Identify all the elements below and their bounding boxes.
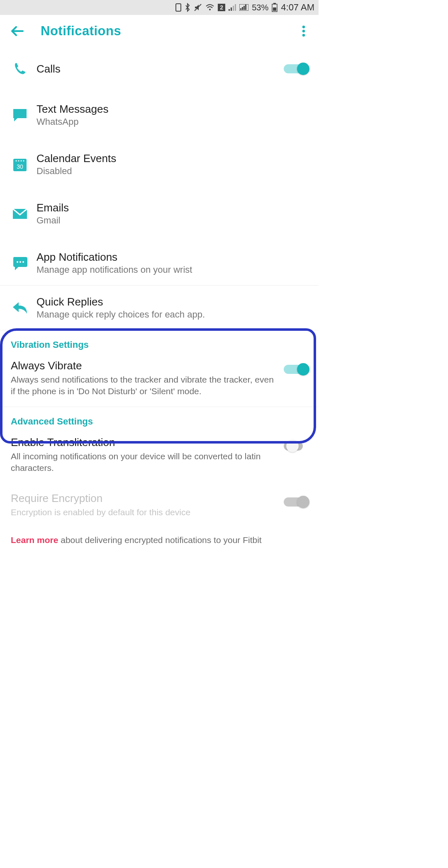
mute-icon (194, 3, 202, 12)
clock: 4:07 AM (281, 2, 314, 13)
svg-point-21 (21, 160, 22, 161)
svg-point-16 (302, 30, 305, 32)
learn-more-link[interactable]: Learn more (11, 535, 58, 545)
signal-2-icon (239, 4, 248, 11)
encryption-toggle (284, 496, 308, 508)
settings-list: Calls Text Messages WhatsApp 30 Calendar… (0, 50, 319, 548)
calendar-title: Calendar Events (37, 152, 308, 165)
encryption-title: Require Encryption (11, 492, 277, 505)
svg-rect-6 (235, 4, 236, 11)
transliteration-desc: All incoming notifications on your devic… (11, 451, 277, 474)
svg-point-15 (302, 26, 305, 28)
emails-row[interactable]: Emails Gmail (0, 187, 319, 236)
phone-icon (11, 60, 29, 78)
svg-rect-3 (229, 9, 230, 11)
status-bar: 2 53% 4:07 AM (0, 0, 319, 15)
always-vibrate-desc: Always send notifications to the tracker… (11, 374, 277, 398)
calendar-sub: Disabled (37, 166, 308, 177)
always-vibrate-toggle[interactable] (284, 364, 308, 375)
sim-2-icon: 2 (218, 4, 225, 11)
quick-replies-row[interactable]: Quick Replies Manage quick reply choices… (0, 286, 319, 330)
mail-icon (11, 205, 29, 223)
svg-point-25 (17, 261, 18, 263)
transliteration-title: Enable Transliteration (11, 436, 277, 449)
text-messages-row[interactable]: Text Messages WhatsApp (0, 88, 319, 137)
svg-point-17 (302, 34, 305, 36)
calendar-icon: 30 (11, 155, 29, 174)
emails-sub: Gmail (37, 215, 308, 226)
svg-point-22 (23, 160, 24, 161)
svg-point-20 (18, 160, 19, 161)
calls-row[interactable]: Calls (0, 50, 319, 88)
wifi-icon (205, 4, 214, 11)
app-notifications-row[interactable]: App Notifications Manage app notificatio… (0, 236, 319, 286)
svg-rect-5 (233, 6, 234, 11)
reply-icon (11, 299, 29, 317)
encryption-desc: Encryption is enabled by default for thi… (11, 507, 277, 518)
advanced-section-header: Advanced Settings (0, 407, 319, 430)
quick-sub: Manage quick reply choices for each app. (37, 309, 308, 320)
chat-icon (11, 106, 29, 124)
text-title: Text Messages (37, 103, 308, 116)
more-menu-button[interactable] (297, 22, 310, 40)
encryption-row: Require Encryption Encryption is enabled… (0, 483, 319, 527)
battery-percent: 53% (252, 3, 268, 12)
always-vibrate-title: Always Vibrate (11, 359, 277, 372)
svg-rect-11 (245, 5, 246, 10)
svg-rect-8 (240, 8, 241, 10)
apps-title: App Notifications (37, 251, 308, 264)
svg-rect-0 (176, 4, 181, 11)
svg-point-26 (19, 261, 21, 263)
app-header: Notifications (0, 15, 319, 50)
device-icon (175, 3, 181, 12)
quick-title: Quick Replies (37, 296, 308, 308)
svg-point-2 (209, 9, 211, 10)
svg-point-27 (22, 261, 24, 263)
bluetooth-icon (185, 3, 190, 12)
text-sub: WhatsApp (37, 116, 308, 127)
learn-more-line: Learn more about delivering encrypted no… (0, 528, 319, 548)
back-button[interactable] (8, 22, 26, 40)
svg-text:30: 30 (17, 163, 23, 170)
transliteration-toggle[interactable] (284, 440, 308, 452)
calls-title: Calls (37, 63, 284, 75)
signal-icon (229, 4, 236, 11)
calendar-row[interactable]: 30 Calendar Events Disabled (0, 137, 319, 187)
learn-more-text: about delivering encrypted notifications… (58, 535, 261, 545)
svg-rect-10 (243, 6, 245, 10)
message-icon (11, 254, 29, 272)
svg-rect-9 (242, 7, 243, 10)
svg-rect-14 (273, 7, 276, 11)
calls-toggle[interactable] (284, 63, 308, 75)
svg-rect-4 (231, 7, 232, 11)
vibration-section-header: Vibration Settings (0, 330, 319, 354)
apps-sub: Manage app notifications on your wrist (37, 264, 308, 275)
svg-point-19 (16, 160, 17, 161)
always-vibrate-row[interactable]: Always Vibrate Always send notifications… (0, 354, 319, 407)
emails-title: Emails (37, 201, 308, 214)
battery-icon (272, 3, 278, 12)
page-title: Notifications (41, 24, 121, 39)
transliteration-row[interactable]: Enable Transliteration All incoming noti… (0, 430, 319, 483)
